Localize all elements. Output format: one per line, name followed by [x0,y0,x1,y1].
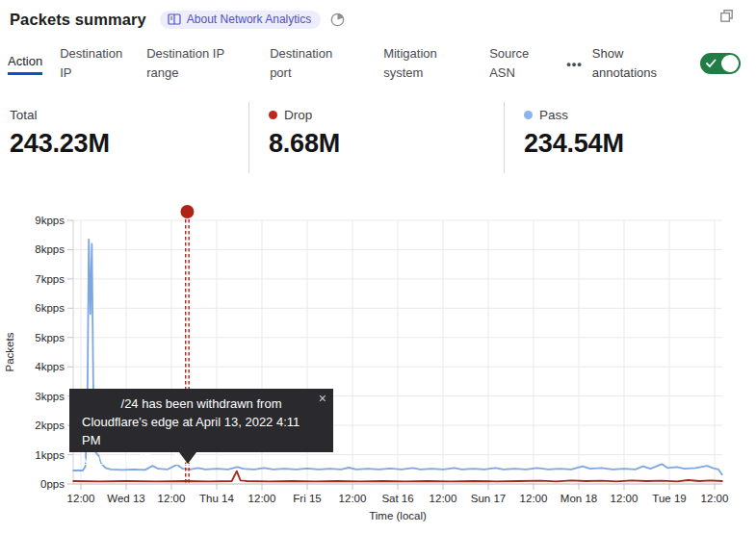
pass-legend-dot [524,111,533,119]
x-tick-label: 12:00 [248,493,276,504]
tabs: ActionDestination IPDestination IP range… [8,44,566,83]
y-tick-label: 6kpps [35,302,65,314]
tab-mitigation-system[interactable]: Mitigation system [383,44,458,83]
stat-pass: Pass234.54M [504,102,756,173]
popout-icon[interactable] [718,8,735,28]
close-icon[interactable]: × [319,390,326,408]
y-tick-label: 0pps [40,478,65,490]
annotations-toggle[interactable] [700,53,741,74]
y-tick-label: 2kpps [35,420,65,431]
tabs-row: ActionDestination IPDestination IP range… [8,44,741,83]
stat-value: 8.68M [269,129,504,159]
show-annotations-label: Show annotations [592,44,679,83]
stat-label: Total [10,108,38,122]
y-tick-label: 5kpps [35,332,65,343]
y-tick-label: 9kpps [35,215,65,226]
stat-value: 234.54M [524,129,756,159]
tab-destination-ip[interactable]: Destination IP [60,44,129,83]
tab-source-asn[interactable]: Source ASN [489,44,539,83]
toggle-knob [721,55,739,72]
tooltip-caret [179,452,196,464]
x-tick-label: 12:00 [611,493,639,504]
stat-drop: Drop8.68M [248,102,504,173]
drop-legend-dot [269,111,277,119]
page-title: Packets summary [10,11,146,29]
x-tick-label: 12:00 [67,493,95,504]
card-header: Packets summary About Network Analytics [10,8,746,31]
tab-destination-ip-range[interactable]: Destination IP range [146,44,231,83]
x-tick-label: Wed 13 [107,493,144,504]
x-tick-label: 12:00 [701,493,729,504]
packets-chart: 0pps1kpps2kpps3kpps4kpps5kpps6kpps7kpps8… [0,197,756,534]
x-tick-label: Thu 14 [199,493,234,504]
tab-destination-port[interactable]: Destination port [270,44,345,83]
stat-value: 243.23M [10,129,248,159]
x-axis-title: Time (local) [369,510,427,521]
x-tick-label: Mon 18 [560,493,597,504]
tab-action[interactable]: Action [8,52,42,75]
x-tick-label: Sun 17 [471,493,506,504]
badge-label: About Network Analytics [187,13,311,26]
y-tick-label: 3kpps [35,391,65,402]
x-tick-label: 12:00 [520,493,548,504]
y-tick-label: 8kpps [35,243,65,255]
y-tick-label: 1kpps [35,449,65,461]
tooltip-line1: /24 has been withdrawn from [82,394,321,413]
check-icon [706,59,717,68]
book-icon [168,13,181,25]
y-tick-label: 4kpps [35,361,65,372]
ellipsis-icon[interactable]: ••• [566,57,583,71]
annotation-dot[interactable] [180,205,194,218]
y-tick-label: 7kpps [35,273,65,285]
time-period-icon[interactable] [329,12,346,28]
tooltip-line2: Cloudflare's edge at April 13, 2022 4:11… [82,413,321,449]
stats-row: Total243.23MDrop8.68MPass234.54M [0,102,756,173]
stat-label: Pass [539,108,568,122]
stat-total: Total243.23M [0,102,248,173]
annotation-tooltip: × /24 has been withdrawn from Cloudflare… [69,389,333,452]
y-axis-title: Packets [4,332,15,371]
stat-label: Drop [284,108,312,122]
x-tick-label: 12:00 [339,493,367,504]
x-tick-label: Tue 19 [652,493,686,504]
x-tick-label: Fri 15 [293,493,321,504]
x-tick-label: 12:00 [430,493,457,504]
about-network-analytics-badge[interactable]: About Network Analytics [160,11,321,29]
x-tick-label: Sat 16 [381,493,413,504]
x-tick-label: 12:00 [158,493,186,504]
